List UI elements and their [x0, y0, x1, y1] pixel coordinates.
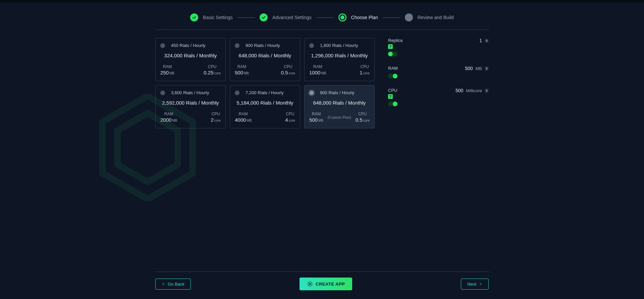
- plan-ram: RAM 4000MB: [235, 112, 252, 123]
- svg-point-0: [309, 283, 311, 285]
- plan-monthly-price: 648,000 Rials / Monthly: [235, 53, 295, 58]
- help-icon[interactable]: ?: [388, 44, 393, 49]
- step-label: Review and Build: [418, 15, 454, 20]
- spec-label: CPU: [211, 112, 221, 116]
- control-cpu: CPU ? 500 Millicore: [388, 88, 489, 106]
- replica-toggle[interactable]: [388, 52, 397, 56]
- spec-label: CPU: [281, 64, 295, 69]
- plan-specs: RAM 1000MB CPU 1core: [309, 64, 370, 75]
- next-button[interactable]: Next: [461, 279, 489, 290]
- plan-cpu: CPU 0.5core: [281, 64, 295, 75]
- plan-hourly-price: 900 Rials / Hourly: [320, 90, 355, 95]
- plan-grid: 450 Rials / Hourly 324,000 Rials / Month…: [155, 38, 375, 128]
- plan-ram: RAM 500MB: [235, 64, 249, 75]
- plan-hourly-price: 450 Rials / Hourly: [171, 43, 206, 48]
- replica-stepper[interactable]: [485, 39, 489, 43]
- plan-cpu: CPU 0.5core: [356, 112, 370, 123]
- plan-cpu: CPU 0.25core: [204, 64, 221, 75]
- cpu-unit: Millicore: [466, 88, 482, 93]
- wizard-stepper: Basic Settings Advanced Settings Choose …: [121, 3, 523, 29]
- plan-monthly-price: 5,184,000 Rials / Monthly: [235, 100, 295, 106]
- footer-bar: Go Back CREATE APP Next: [155, 272, 489, 290]
- ram-value: 500: [465, 66, 473, 71]
- ram-unit: MB: [476, 66, 482, 71]
- config-sidebar: Replica ? 1 RAM 500: [388, 38, 489, 128]
- button-label: CREATE APP: [316, 282, 345, 287]
- plan-specs: RAM 4000MB CPU 4core: [235, 112, 295, 123]
- step-label: Advanced Settings: [272, 15, 312, 20]
- radio-icon: [235, 91, 239, 95]
- radio-icon: [160, 91, 165, 95]
- svg-line-8: [311, 282, 312, 283]
- button-label: Go Back: [168, 282, 184, 287]
- chevron-left-double-icon: [162, 282, 165, 286]
- plan-cpu: CPU 4core: [285, 112, 295, 123]
- plan-hourly-price: 7,200 Rials / Hourly: [246, 90, 283, 95]
- plan-monthly-price: 648,000 Rials / Monthly: [309, 100, 370, 106]
- step-separator: [237, 17, 255, 18]
- plan-card[interactable]: 900 Rials / Hourly 648,000 Rials / Month…: [230, 38, 300, 81]
- spec-label: CPU: [204, 64, 221, 69]
- cpu-toggle[interactable]: [388, 102, 397, 106]
- plan-ram: RAM 2000MB: [160, 112, 177, 123]
- chevron-right-double-icon: [479, 282, 482, 286]
- control-replica: Replica ? 1: [388, 38, 489, 56]
- step-label: Basic Settings: [203, 15, 233, 20]
- create-app-button[interactable]: CREATE APP: [300, 278, 352, 290]
- spec-label: CPU: [285, 112, 295, 116]
- step-label: Choose Plan: [351, 15, 378, 20]
- step-review-build[interactable]: Review and Build: [405, 13, 454, 21]
- gear-icon: [307, 281, 313, 287]
- plan-card[interactable]: 3,600 Rials / Hourly 2,592,000 Rials / M…: [155, 85, 226, 128]
- plan-cpu: CPU 1core: [360, 64, 370, 75]
- spec-label: RAM: [235, 64, 249, 69]
- plan-card[interactable]: 450 Rials / Hourly 324,000 Rials / Month…: [155, 38, 226, 81]
- ram-stepper[interactable]: [485, 66, 489, 71]
- check-icon: [260, 13, 268, 21]
- plan-ram: RAM 1000MB: [309, 64, 326, 75]
- plan-cpu: CPU 2core: [211, 112, 221, 123]
- radio-icon: [309, 91, 314, 95]
- control-label: Replica: [388, 38, 402, 43]
- cpu-stepper[interactable]: [485, 88, 489, 93]
- button-label: Next: [467, 282, 476, 287]
- plan-card[interactable]: 7,200 Rials / Hourly 5,184,000 Rials / M…: [230, 85, 300, 128]
- check-icon: [190, 13, 198, 21]
- ram-toggle[interactable]: [388, 74, 397, 78]
- divider: [155, 272, 489, 272]
- plan-hourly-price: 3,600 Rials / Hourly: [171, 90, 209, 95]
- go-back-button[interactable]: Go Back: [155, 279, 191, 290]
- spec-label: RAM: [235, 112, 252, 116]
- plan-hourly-price: 1,800 Rials / Hourly: [320, 43, 358, 48]
- help-icon[interactable]: ?: [388, 94, 393, 99]
- plan-monthly-price: 2,592,000 Rials / Monthly: [160, 100, 221, 106]
- radio-icon: [309, 43, 314, 48]
- plan-card[interactable]: 900 Rials / Hourly 648,000 Rials / Month…: [304, 85, 375, 128]
- step-separator: [316, 17, 334, 18]
- step-advanced-settings[interactable]: Advanced Settings: [260, 13, 312, 21]
- spec-label: RAM: [309, 64, 326, 69]
- future-step-icon: [405, 13, 413, 21]
- spec-label: RAM: [309, 112, 323, 116]
- plan-specs: RAM 500MB (Custom Plan) CPU 0.5core: [309, 112, 370, 123]
- step-basic-settings[interactable]: Basic Settings: [190, 13, 233, 21]
- plan-ram: RAM 250MB: [160, 64, 174, 75]
- plan-specs: RAM 250MB CPU 0.25core: [160, 64, 221, 75]
- plan-monthly-price: 1,296,000 Rials / Monthly: [309, 53, 370, 58]
- plan-ram: RAM 500MB: [309, 112, 323, 123]
- spec-label: CPU: [356, 112, 370, 116]
- radio-icon: [160, 43, 165, 48]
- spec-label: CPU: [360, 64, 370, 69]
- radio-icon: [235, 43, 239, 48]
- cpu-value: 500: [455, 88, 463, 93]
- current-step-icon: [338, 13, 346, 21]
- control-label: CPU: [388, 88, 397, 93]
- plan-specs: RAM 500MB CPU 0.5core: [235, 64, 295, 75]
- step-separator: [383, 17, 400, 18]
- spec-label: RAM: [160, 64, 174, 69]
- control-ram: RAM 500 MB: [388, 66, 489, 78]
- svg-line-7: [308, 285, 309, 286]
- step-choose-plan[interactable]: Choose Plan: [338, 13, 378, 21]
- control-label: RAM: [388, 66, 398, 71]
- plan-card[interactable]: 1,800 Rials / Hourly 1,296,000 Rials / M…: [304, 38, 375, 81]
